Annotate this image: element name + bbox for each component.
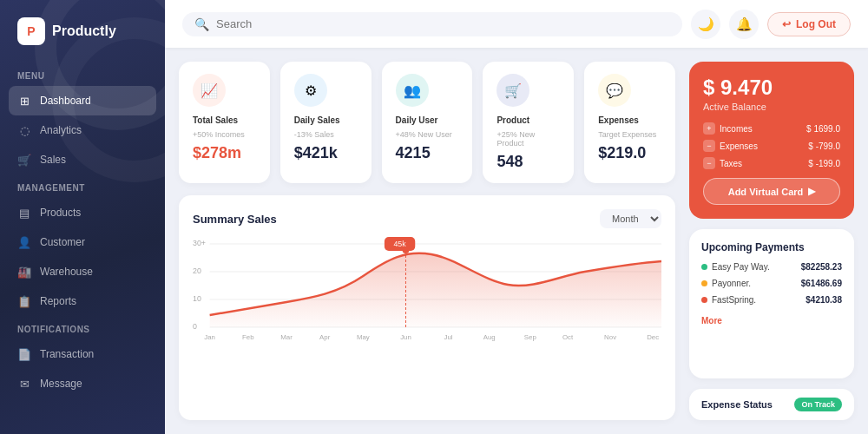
daily-sales-name: Daily Sales <box>294 115 358 125</box>
reports-icon: 📋 <box>17 294 31 308</box>
svg-text:10: 10 <box>193 294 201 303</box>
daily-sales-icon-wrap: ⚙ <box>294 74 327 107</box>
product-value: 548 <box>496 153 560 171</box>
sidebar-item-warehouse[interactable]: 🏭 Warehouse <box>0 257 165 286</box>
transaction-icon: 📄 <box>17 347 31 361</box>
svg-text:30+: 30+ <box>193 239 206 247</box>
svg-text:Jan: Jan <box>204 333 215 341</box>
sidebar-item-dashboard[interactable]: ⊞ Dashboard <box>9 86 156 115</box>
balance-amount: $ 9.470 <box>703 76 840 100</box>
payment-name-2: FastSpring. <box>712 295 756 305</box>
daily-user-change: +48% New User <box>396 130 459 139</box>
more-link[interactable]: More <box>701 316 722 326</box>
total-sales-change: +50% Incomes <box>193 130 256 139</box>
notifications-button[interactable]: 🔔 <box>729 10 759 39</box>
expense-status-card: Expense Status On Track <box>689 389 854 420</box>
payment-amount-2: $4210.38 <box>806 295 842 305</box>
upcoming-title: Upcoming Payments <box>701 241 842 253</box>
balance-row-taxes: − Taxes $ -199.0 <box>703 157 840 169</box>
sidebar-item-customer[interactable]: 👤 Customer <box>0 227 165 257</box>
menu-section-label: Menu <box>0 62 165 86</box>
balance-card: $ 9.470 Active Balance + Incomes $ 1699.… <box>689 62 854 219</box>
sidebar-item-transaction[interactable]: 📄 Transaction <box>0 339 165 369</box>
svg-text:Mar: Mar <box>280 333 293 341</box>
sidebar-item-message[interactable]: ✉ Message <box>0 369 165 398</box>
svg-text:Dec: Dec <box>647 333 659 341</box>
search-input[interactable] <box>216 17 670 30</box>
total-sales-name: Total Sales <box>193 115 256 125</box>
sidebar-item-reports[interactable]: 📋 Reports <box>0 286 165 316</box>
add-card-label: Add Virtual Card <box>728 187 804 197</box>
logout-button[interactable]: ↩ Log Out <box>767 12 851 36</box>
total-sales-icon-wrap: 📈 <box>193 74 226 107</box>
taxes-label: Taxes <box>720 159 742 168</box>
sidebar-label-analytics: Analytics <box>40 124 82 136</box>
add-card-arrow-icon: ▶ <box>808 186 815 197</box>
svg-text:Feb: Feb <box>242 333 254 341</box>
products-icon: ▤ <box>17 206 31 220</box>
dark-mode-button[interactable]: 🌙 <box>691 10 720 39</box>
stats-row: 📈 Total Sales +50% Incomes $278m ⚙ Daily… <box>179 62 675 183</box>
incomes-label: Incomes <box>720 124 753 134</box>
search-bar: 🔍 <box>182 12 682 36</box>
balance-row-incomes: + Incomes $ 1699.0 <box>703 122 840 135</box>
daily-sales-icon: ⚙ <box>305 82 317 99</box>
sidebar-label-sales: Sales <box>40 154 66 166</box>
chart-tooltip-value: 45k <box>393 240 406 248</box>
sidebar-label-customer: Customer <box>40 236 85 248</box>
chart-area-fill <box>210 253 661 327</box>
product-icon: 🛒 <box>504 82 522 99</box>
taxes-value: $ -199.0 <box>808 159 840 168</box>
content: 📈 Total Sales +50% Incomes $278m ⚙ Daily… <box>165 48 868 434</box>
total-sales-icon: 📈 <box>201 82 218 99</box>
sidebar-label-message: Message <box>40 378 82 390</box>
sidebar-label-dashboard: Dashboard <box>40 95 91 107</box>
svg-text:0: 0 <box>193 322 197 331</box>
expenses-icon-wrap: 💬 <box>598 74 631 107</box>
svg-text:Oct: Oct <box>562 333 574 341</box>
sidebar-item-analytics[interactable]: ◌ Analytics <box>0 115 165 145</box>
payment-name-1: Payonner. <box>712 279 751 288</box>
logout-icon: ↩ <box>782 18 791 30</box>
add-virtual-card-button[interactable]: Add Virtual Card ▶ <box>703 178 840 205</box>
daily-user-value: 4215 <box>396 144 459 162</box>
daily-user-icon: 👥 <box>404 82 421 99</box>
chart-header: Summary Sales Month Week Year <box>193 209 661 228</box>
search-icon: 🔍 <box>194 17 209 31</box>
taxes-icon: − <box>703 157 715 169</box>
left-panel: 📈 Total Sales +50% Incomes $278m ⚙ Daily… <box>179 62 675 420</box>
sidebar-item-products[interactable]: ▤ Products <box>0 198 165 227</box>
period-select[interactable]: Month Week Year <box>600 209 661 228</box>
daily-user-icon-wrap: 👥 <box>396 74 429 107</box>
svg-text:Jun: Jun <box>400 333 411 341</box>
expenses-name: Expenses <box>598 115 661 125</box>
daily-sales-change: -13% Sales <box>294 130 358 139</box>
daily-sales-value: $421k <box>294 144 358 162</box>
expenses-bal-icon: − <box>703 140 715 152</box>
payment-item-0: Easy Pay Way. $82258.23 <box>701 262 842 272</box>
logo-area: P Productly <box>0 17 165 62</box>
payment-dot-2 <box>701 297 707 303</box>
payment-dot-1 <box>701 280 707 286</box>
message-icon: ✉ <box>17 377 31 391</box>
svg-text:Sep: Sep <box>524 333 537 341</box>
svg-text:Aug: Aug <box>483 333 496 341</box>
stat-card-daily-user: 👥 Daily User +48% New User 4215 <box>382 62 473 183</box>
expenses-bal-label: Expenses <box>720 141 758 151</box>
sidebar-label-products: Products <box>40 207 81 219</box>
daily-user-name: Daily User <box>396 115 459 125</box>
logo-icon: P <box>17 17 45 45</box>
payment-dot-0 <box>701 264 707 270</box>
on-track-button[interactable]: On Track <box>794 398 842 411</box>
expenses-bal-value: $ -799.0 <box>808 141 840 151</box>
sidebar-item-sales[interactable]: 🛒 Sales <box>0 145 165 174</box>
notifications-section-label: Notifications <box>0 316 165 339</box>
svg-text:20: 20 <box>193 266 201 275</box>
main-area: 🔍 🌙 🔔 ↩ Log Out 📈 Total Sales +5 <box>165 0 868 434</box>
incomes-icon: + <box>703 122 715 135</box>
expenses-icon: 💬 <box>606 82 623 99</box>
balance-label: Active Balance <box>703 102 840 112</box>
payment-amount-1: $61486.69 <box>801 279 842 288</box>
payment-item-1: Payonner. $61486.69 <box>701 279 842 288</box>
chart-card: Summary Sales Month Week Year <box>179 195 675 420</box>
